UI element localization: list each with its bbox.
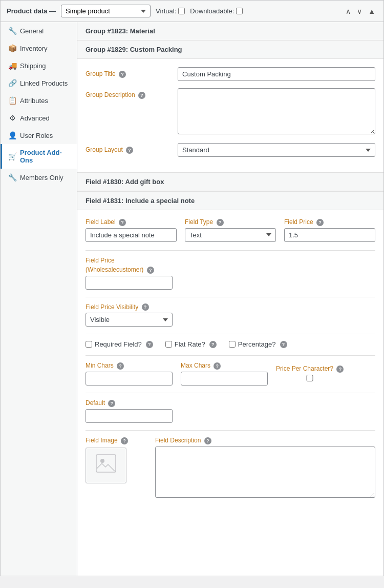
sidebar-item-linked-products[interactable]: 🔗 Linked Products xyxy=(1,74,77,92)
sidebar-label-general: General xyxy=(20,27,44,35)
field-type-col: Field Type ? Text Textarea Select Checkb… xyxy=(185,218,276,242)
sidebar-item-general[interactable]: 🔧 General xyxy=(1,22,77,39)
sidebar-item-inventory[interactable]: 📦 Inventory xyxy=(1,39,77,57)
percentage-help-icon[interactable]: ? xyxy=(280,341,287,348)
members-icon: 🔧 xyxy=(8,173,16,181)
downloadable-group: Downloadable: xyxy=(190,7,243,15)
group-description-help-icon[interactable]: ? xyxy=(138,92,145,99)
divider-4 xyxy=(86,355,375,356)
field-price-wholesale-text: Field Price xyxy=(86,257,115,264)
group-title-help-icon[interactable]: ? xyxy=(119,71,126,78)
group-title-input[interactable] xyxy=(178,67,375,81)
product-data-label: Product data — xyxy=(7,7,56,15)
field-description-textarea[interactable] xyxy=(155,447,375,498)
header-arrows: ∧ ∨ ▲ xyxy=(344,6,377,16)
sidebar-item-advanced[interactable]: ⚙ Advanced xyxy=(1,109,77,127)
field-price-wholesale-input[interactable] xyxy=(86,276,173,290)
sidebar-label-attributes: Attributes xyxy=(20,97,48,105)
product-type-select[interactable]: Simple productVariable productGrouped pr… xyxy=(61,5,151,17)
min-chars-label-container: Min Chars ? xyxy=(86,362,173,370)
field-price-visibility-label-container: Field Price Visibility ? xyxy=(86,303,375,311)
field-1831-header: Field #1831: Include a special note xyxy=(77,192,383,210)
group-layout-select[interactable]: Standard Classic Modern xyxy=(178,143,375,157)
field-price-visibility-select[interactable]: Visible Hidden xyxy=(86,313,173,327)
group-1829-content: Group Title ? Group Description ? xyxy=(77,59,383,172)
virtual-checkbox[interactable] xyxy=(178,8,185,14)
group-description-textarea[interactable] xyxy=(178,88,375,134)
sidebar-item-attributes[interactable]: 📋 Attributes xyxy=(1,92,77,109)
default-input[interactable] xyxy=(86,409,173,423)
field-description-help-icon[interactable]: ? xyxy=(204,437,211,444)
divider-1 xyxy=(86,250,375,251)
field-price-visibility-help-icon[interactable]: ? xyxy=(142,303,149,311)
field-price-wholesale-sublabel-text: (Wholesalecustomer) xyxy=(86,266,143,273)
field-price-visibility-block: Field Price Visibility ? Visible Hidden xyxy=(86,303,375,327)
link-icon: 🔗 xyxy=(8,79,16,87)
sidebar-label-advanced: Advanced xyxy=(20,114,50,122)
field-label-help-icon[interactable]: ? xyxy=(119,219,126,226)
field-type-col-label-container: Field Type ? xyxy=(185,218,276,226)
group-1823-header: Group #1823: Material xyxy=(77,22,383,40)
field-label-col-label-container: Field Label ? xyxy=(86,218,177,226)
required-field-checkbox[interactable] xyxy=(86,341,92,348)
min-chars-help-icon[interactable]: ? xyxy=(117,362,124,370)
required-field-help-icon[interactable]: ? xyxy=(146,341,153,348)
divider-2 xyxy=(86,297,375,297)
field-price-input[interactable] xyxy=(284,228,375,242)
sidebar-label-user-roles: User Roles xyxy=(20,132,53,139)
sidebar: 🔧 General 📦 Inventory 🚚 Shipping 🔗 Linke… xyxy=(1,22,77,576)
default-block: Default ? xyxy=(86,399,375,423)
field-price-help-icon[interactable]: ? xyxy=(316,219,324,226)
group-layout-help-icon[interactable]: ? xyxy=(126,147,133,154)
sidebar-label-product-add-ons: Product Add-Ons xyxy=(20,149,71,164)
flat-rate-checkbox[interactable] xyxy=(165,341,172,348)
group-title-label: Group Title xyxy=(86,70,116,77)
group-description-row: Group Description ? xyxy=(86,88,375,136)
product-data-wrapper: Product data — Simple productVariable pr… xyxy=(0,0,384,576)
group-title-field xyxy=(178,67,375,81)
default-label-container: Default ? xyxy=(86,399,375,407)
price-per-char-checkbox[interactable] xyxy=(276,375,344,381)
field-type-help-icon[interactable]: ? xyxy=(217,219,224,226)
arrow-down-btn[interactable]: ∨ xyxy=(355,6,364,16)
group-1829-header: Group #1829: Custom Packing xyxy=(77,40,383,59)
group-title-label-container: Group Title ? xyxy=(86,67,178,78)
field-description-label: Field Description xyxy=(155,437,201,444)
percentage-checkbox[interactable] xyxy=(229,341,236,348)
sidebar-item-shipping[interactable]: 🚚 Shipping xyxy=(1,57,77,74)
bottom-row: Field Image ? xyxy=(86,437,375,499)
field-price-wholesale-help-icon[interactable]: ? xyxy=(147,267,154,274)
sidebar-item-product-add-ons[interactable]: 🛒 Product Add-Ons xyxy=(1,144,77,169)
arrow-up-btn[interactable]: ∧ xyxy=(344,6,353,16)
sidebar-item-user-roles[interactable]: 👤 User Roles xyxy=(1,127,77,144)
field-label-type-price-row: Field Label ? Field Type ? Text xyxy=(86,218,375,242)
group-layout-row: Group Layout ? Standard Classic Modern xyxy=(86,143,375,157)
flat-rate-item: Flat Rate? ? xyxy=(165,340,217,348)
min-chars-input[interactable] xyxy=(86,372,173,386)
sidebar-label-inventory: Inventory xyxy=(20,45,47,52)
price-per-char-help-icon[interactable]: ? xyxy=(336,366,344,373)
field-type-col-label: Field Type xyxy=(185,218,213,226)
advanced-icon: ⚙ xyxy=(8,114,16,122)
default-label: Default xyxy=(86,399,105,407)
field-image-placeholder[interactable] xyxy=(86,448,126,483)
sidebar-item-members-only[interactable]: 🔧 Members Only xyxy=(1,169,77,186)
arrow-collapse-btn[interactable]: ▲ xyxy=(366,6,377,16)
field-type-select[interactable]: Text Textarea Select Checkbox Radio xyxy=(185,228,276,242)
field-label-col: Field Label ? xyxy=(86,218,177,242)
min-chars-col: Min Chars ? xyxy=(86,362,173,386)
max-chars-input[interactable] xyxy=(181,372,268,386)
checkbox-row: Required Field? ? Flat Rate? ? Percentag… xyxy=(86,340,375,348)
max-chars-label-container: Max Chars ? xyxy=(181,362,268,370)
field-image-help-icon[interactable]: ? xyxy=(121,437,128,444)
field-1831-content: Field Label ? Field Type ? Text xyxy=(77,210,383,515)
flat-rate-help-icon[interactable]: ? xyxy=(209,341,217,348)
flat-rate-label: Flat Rate? xyxy=(175,340,205,348)
percentage-label: Percentage? xyxy=(238,340,276,348)
default-help-icon[interactable]: ? xyxy=(108,400,115,407)
field-1830-title: Field #1830: Add gift box xyxy=(86,178,164,186)
max-chars-help-icon[interactable]: ? xyxy=(214,362,221,370)
downloadable-checkbox[interactable] xyxy=(236,8,243,14)
percentage-item: Percentage? ? xyxy=(229,340,287,348)
field-label-input[interactable] xyxy=(86,228,177,242)
